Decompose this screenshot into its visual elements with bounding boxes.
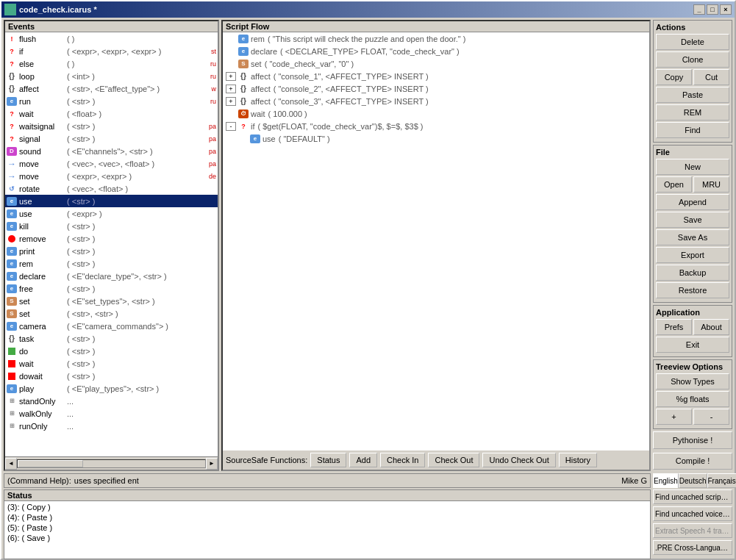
close-button[interactable]: × — [720, 4, 732, 15]
find-button[interactable]: Find — [656, 122, 729, 138]
event-params: ( <str> ) — [67, 284, 216, 293]
maximize-button[interactable]: □ — [707, 4, 718, 15]
show-types-button[interactable]: Show Types — [656, 373, 729, 390]
ss-undocheckout-btn[interactable]: Undo Check Out — [482, 453, 555, 467]
events-hscrollbar[interactable]: ◄ ► — [5, 456, 218, 470]
tree-item-affect1[interactable]: + {} affect ( "console_1", <AFFECT_TYPE>… — [223, 70, 649, 82]
prefs-button[interactable]: Prefs — [656, 319, 692, 335]
delete-button[interactable]: Delete — [656, 34, 729, 50]
event-walkonly[interactable]: ⊞ walkOnly ... — [5, 407, 218, 420]
expand-btn-affect3[interactable]: + — [226, 97, 236, 106]
clone-button[interactable]: Clone — [656, 51, 729, 68]
minimize-button[interactable]: _ — [693, 4, 705, 15]
event-standonly[interactable]: ⊞ standOnly ... — [5, 395, 218, 407]
event-do[interactable]: do ( <str> ) — [5, 345, 218, 357]
ss-status-btn[interactable]: Status — [310, 453, 346, 467]
event-declare[interactable]: e declare ( <E"declare_type">, <str> ) — [5, 270, 218, 282]
tree-item-if[interactable]: - ? if ( $get(FLOAT, "code_check_var")$,… — [223, 120, 649, 132]
backup-button[interactable]: Backup — [656, 265, 729, 281]
event-task[interactable]: {} task ( <str> ) — [5, 332, 218, 345]
event-move1[interactable]: → move ( <vec>, <vec>, <float> ) pa — [5, 157, 218, 170]
event-sound[interactable]: D sound ( <E"channels">, <str> ) pa — [5, 145, 218, 157]
scroll-right-btn[interactable]: ► — [206, 458, 218, 470]
event-remove[interactable]: remove ( <str> ) — [5, 232, 218, 245]
ss-add-btn[interactable]: Add — [349, 453, 377, 467]
event-move2[interactable]: → move ( <expr>, <expr> ) de — [5, 170, 218, 182]
event-camera[interactable]: e camera ( <E"camera_commands"> ) — [5, 320, 218, 332]
open-button[interactable]: Open — [656, 176, 692, 193]
mru-button[interactable]: MRU — [693, 176, 729, 193]
event-name: rem — [19, 259, 67, 268]
pre-crosslang-btn[interactable]: .PRE Cross-Language check — [653, 540, 732, 555]
collapse-all-button[interactable]: - — [693, 409, 729, 425]
event-print[interactable]: e print ( <str> ) — [5, 245, 218, 257]
event-wait[interactable]: ? wait ( <float> ) — [5, 107, 218, 120]
tree-item-wait[interactable]: ⏱ wait ( 100.000 ) — [223, 107, 649, 120]
tree-item-set[interactable]: S set ( "code_check_var", "0" ) — [223, 57, 649, 70]
event-loop[interactable]: {} loop ( <int> ) ru — [5, 70, 218, 82]
expand-all-button[interactable]: + — [656, 409, 692, 425]
pythonise-button[interactable]: Pythonise ! — [653, 431, 732, 449]
floats-button[interactable]: %g floats — [656, 391, 729, 407]
lang-tab-francais[interactable]: Français — [707, 473, 737, 488]
ss-checkout-btn[interactable]: Check Out — [428, 453, 479, 467]
saveas-button[interactable]: Save As — [656, 229, 729, 245]
event-set2[interactable]: S set ( <str>, <str> ) — [5, 307, 218, 320]
event-affect[interactable]: {} affect ( <str>, <E"affect_type"> ) w — [5, 82, 218, 95]
event-set1[interactable]: S set ( <E"set_types">, <str> ) — [5, 295, 218, 307]
event-run[interactable]: e run ( <str> ) ru — [5, 95, 218, 107]
paste-button[interactable]: Paste — [656, 87, 729, 103]
event-params: ... — [67, 397, 216, 406]
extract-speech-btn[interactable]: Extract Speech 4 translation — [653, 523, 732, 538]
expand-btn-if[interactable]: - — [226, 122, 236, 131]
event-runonly[interactable]: ⊞ runOnly ... — [5, 420, 218, 432]
event-waitsignal[interactable]: ? waitsignal ( <str> ) pa — [5, 120, 218, 132]
ss-checkin-btn[interactable]: Check In — [380, 453, 425, 467]
find-uncached-audio-btn[interactable]: Find uncached scripted audio — [653, 489, 732, 504]
export-button[interactable]: Export — [656, 247, 729, 263]
move-icon1: → — [7, 159, 17, 168]
event-wait2[interactable]: wait ( <str> ) — [5, 357, 218, 370]
save-button[interactable]: Save — [656, 212, 729, 228]
about-button[interactable]: About — [693, 319, 729, 335]
restore-button[interactable]: Restore — [656, 282, 729, 298]
find-uncached-voice-btn[interactable]: Find uncached voice files — [653, 506, 732, 521]
expand-btn-affect2[interactable]: + — [226, 85, 236, 93]
event-rotate[interactable]: ↺ rotate ( <vec>, <float> ) — [5, 182, 218, 195]
event-rem[interactable]: e rem ( <str> ) — [5, 257, 218, 270]
lang-tab-deutsch[interactable]: Deutsch — [679, 473, 707, 488]
event-name: sound — [19, 147, 67, 156]
tree-item-affect3[interactable]: + {} affect ( "console_3", <AFFECT_TYPE>… — [223, 95, 649, 107]
event-dowait[interactable]: dowait ( <str> ) — [5, 370, 218, 382]
event-play[interactable]: e play ( <E"play_types">, <str> ) — [5, 382, 218, 395]
event-params: ( <str> ) — [67, 234, 216, 243]
user-name: Mike G — [621, 476, 647, 485]
hscroll-thumb[interactable] — [18, 460, 83, 467]
event-else[interactable]: ? else ( ) ru — [5, 57, 218, 70]
expand-btn-affect1[interactable]: + — [226, 72, 236, 81]
tree-item-rem[interactable]: e rem ( "This script will check the puzz… — [223, 32, 649, 45]
event-signal[interactable]: ? signal ( <str> ) pa — [5, 132, 218, 145]
tree-item-affect2[interactable]: + {} affect ( "console_2", <AFFECT_TYPE>… — [223, 82, 649, 95]
event-if[interactable]: ? if ( <expr>, <expr>, <expr> ) st — [5, 45, 218, 57]
scroll-left-btn[interactable]: ◄ — [5, 458, 17, 470]
new-button[interactable]: New — [656, 159, 729, 175]
rem-button[interactable]: REM — [656, 104, 729, 121]
status-content[interactable]: (3): ( Copy ) (4): ( Paste ) (5): ( Past… — [4, 501, 650, 559]
event-params: ( <str> ) — [67, 197, 216, 206]
append-button[interactable]: Append — [656, 194, 729, 210]
event-use2[interactable]: e use ( <expr> ) — [5, 207, 218, 220]
copy-button[interactable]: Copy — [656, 69, 692, 85]
tree-item-declare[interactable]: e declare ( <DECLARE_TYPE> FLOAT, "code_… — [223, 45, 649, 57]
event-kill[interactable]: e kill ( <str> ) — [5, 220, 218, 232]
exit-button[interactable]: Exit — [656, 337, 729, 353]
plus-minus-row: + - — [656, 409, 729, 425]
tree-item-use[interactable]: e use ( "DEFAULT" ) — [223, 132, 649, 145]
compile-button[interactable]: Compile ! — [653, 453, 732, 470]
event-use1[interactable]: e use ( <str> ) — [5, 195, 218, 207]
event-free[interactable]: e free ( <str> ) — [5, 282, 218, 295]
cut-button[interactable]: Cut — [693, 69, 729, 85]
ss-history-btn[interactable]: History — [559, 453, 597, 467]
event-flush[interactable]: ! flush ( ) — [5, 32, 218, 45]
lang-tab-english[interactable]: English — [653, 473, 679, 488]
